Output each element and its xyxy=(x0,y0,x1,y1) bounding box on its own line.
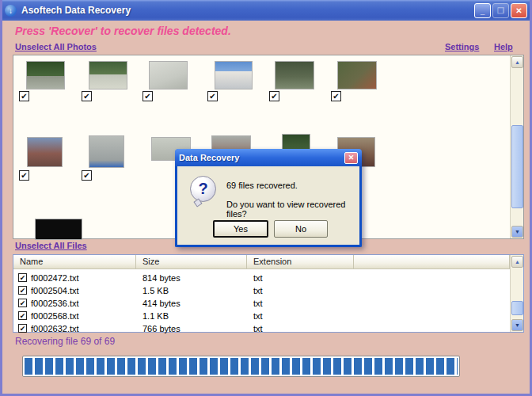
file-extension: txt xyxy=(253,299,263,308)
scrollbar-thumb[interactable] xyxy=(511,301,523,315)
table-row[interactable]: ✔ f0002472.txt 814 bytes txt xyxy=(13,272,504,284)
photo-checkbox[interactable]: ✔ xyxy=(82,170,92,181)
scroll-up-icon[interactable]: ▲ xyxy=(511,56,523,68)
title-bar: ↓ Asoftech Data Recovery _ ❐ ✕ xyxy=(0,0,532,21)
unselect-all-files-link[interactable]: Unselect All Files xyxy=(15,241,87,250)
file-extension: txt xyxy=(253,286,263,295)
file-name: f0002568.txt xyxy=(31,311,79,321)
file-checkbox[interactable]: ✔ xyxy=(18,286,27,295)
file-list-header: Name Size Extension xyxy=(13,255,510,269)
file-name: f0002536.txt xyxy=(31,299,79,308)
photo-thumbnail[interactable] xyxy=(275,61,314,89)
photo-checkbox[interactable]: ✔ xyxy=(269,91,279,101)
status-text: Recovering file 69 of 69 xyxy=(15,336,115,347)
app-window: ↓ Asoftech Data Recovery _ ❐ ✕ Press 'Re… xyxy=(0,0,532,396)
close-button[interactable]: ✕ xyxy=(511,3,527,18)
photo-checkbox[interactable]: ✔ xyxy=(142,91,153,101)
file-extension: txt xyxy=(253,324,263,333)
photo-checkbox[interactable]: ✔ xyxy=(331,91,341,101)
file-name: f0002504.txt xyxy=(31,286,79,295)
table-row[interactable]: ✔ f0002632.txt 766 bytes txt xyxy=(13,322,504,335)
file-checkbox[interactable]: ✔ xyxy=(18,299,27,307)
column-header-extension[interactable]: Extension xyxy=(247,255,354,269)
table-row[interactable]: ✔ f0002568.txt 1.1 KB txt xyxy=(13,310,504,322)
dialog-message-line1: 69 files recovered. xyxy=(226,181,298,190)
file-size: 814 bytes xyxy=(142,273,180,283)
photo-checkbox[interactable]: ✔ xyxy=(19,170,29,181)
scroll-up-icon[interactable]: ▲ xyxy=(511,256,523,268)
no-button[interactable]: No xyxy=(274,220,328,238)
file-size: 1.5 KB xyxy=(142,286,169,295)
photo-thumbnail[interactable] xyxy=(89,135,124,168)
minimize-button[interactable]: _ xyxy=(474,3,491,18)
photo-checkbox[interactable]: ✔ xyxy=(207,91,218,101)
data-recovery-dialog: Data Recovery ✕ ? 69 files recovered. Do… xyxy=(175,149,362,247)
photo-thumbnail[interactable] xyxy=(149,61,188,89)
photo-checkbox[interactable]: ✔ xyxy=(19,91,29,101)
photo-thumbnail[interactable] xyxy=(26,61,65,89)
recover-instruction-text: Press 'Recover' to recover files detecte… xyxy=(15,25,231,37)
window-title: Asoftech Data Recovery xyxy=(21,5,473,16)
photo-thumbnail[interactable] xyxy=(337,61,377,89)
scroll-down-icon[interactable]: ▼ xyxy=(511,319,523,331)
dialog-title-bar: Data Recovery ✕ xyxy=(175,149,362,166)
file-checkbox[interactable]: ✔ xyxy=(18,311,27,320)
file-name: f0002472.txt xyxy=(31,273,79,283)
dialog-title: Data Recovery xyxy=(179,153,344,162)
file-extension: txt xyxy=(253,311,263,321)
scroll-down-icon[interactable]: ▼ xyxy=(511,226,523,238)
table-row[interactable]: ✔ f0002536.txt 414 bytes txt xyxy=(13,297,504,310)
progress-bar-fill xyxy=(25,358,458,375)
file-list-scrollbar[interactable]: ▲ ▼ xyxy=(510,255,523,332)
file-checkbox[interactable]: ✔ xyxy=(18,273,27,282)
photo-thumbnail[interactable] xyxy=(89,61,127,89)
photo-thumbnail[interactable] xyxy=(35,219,82,240)
file-size: 766 bytes xyxy=(142,324,180,333)
dialog-message-line2: Do you want to view recovered files? xyxy=(226,200,359,219)
unselect-all-photos-link[interactable]: Unselect All Photos xyxy=(15,42,97,51)
question-icon: ? xyxy=(190,176,216,202)
column-header-name[interactable]: Name xyxy=(13,255,136,269)
file-name: f0002632.txt xyxy=(31,324,79,333)
file-size: 414 bytes xyxy=(142,299,180,308)
photo-thumbnail[interactable] xyxy=(27,137,63,167)
column-header-size[interactable]: Size xyxy=(136,255,247,269)
progress-bar xyxy=(22,356,460,377)
file-extension: txt xyxy=(253,273,263,283)
photo-thumbnail[interactable] xyxy=(215,61,253,89)
file-size: 1.1 KB xyxy=(142,311,169,321)
yes-button[interactable]: Yes xyxy=(213,220,268,238)
file-list-panel: Name Size Extension ✔ f0002472.txt 814 b… xyxy=(13,254,524,333)
file-checkbox[interactable]: ✔ xyxy=(18,324,27,333)
scrollbar-thumb[interactable] xyxy=(511,125,523,208)
dialog-close-icon[interactable]: ✕ xyxy=(344,152,358,164)
photo-checkbox[interactable]: ✔ xyxy=(82,91,92,101)
help-link[interactable]: Help xyxy=(494,42,513,51)
app-icon: ↓ xyxy=(5,5,17,17)
column-header-blank xyxy=(354,255,510,269)
settings-link[interactable]: Settings xyxy=(445,42,479,51)
maximize-button[interactable]: ❐ xyxy=(492,3,509,18)
table-row[interactable]: ✔ f0002504.txt 1.5 KB txt xyxy=(13,284,504,297)
photo-scrollbar[interactable]: ▲ ▼ xyxy=(510,55,523,238)
